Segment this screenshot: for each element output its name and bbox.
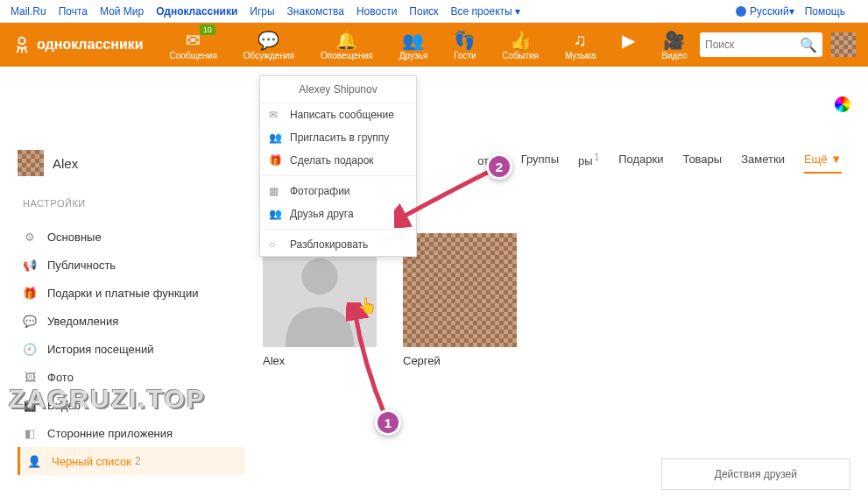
nav-discussions[interactable]: 💬Обсуждения [243,30,294,60]
topbar-link[interactable]: Знакомства [287,5,344,18]
thumb-icon: 👍 [503,30,539,49]
sidebar-item-apps[interactable]: ◧Сторонние приложения [18,419,245,447]
circle-icon: ○ [269,238,283,251]
chat-icon: 💬 [243,30,294,49]
window-icon: ◧ [23,426,37,440]
nav-video[interactable]: 🎥Видео [661,30,687,60]
my-avatar[interactable] [831,32,856,57]
friends-icon: 👥 [399,30,427,49]
nav-notifications[interactable]: 🔔Оповещения [321,30,373,60]
clock-icon: 🕘 [23,342,37,356]
horn-icon: 📢 [23,258,37,272]
footprints-icon: 👣 [454,30,476,49]
bell-icon: 🔔 [321,30,373,49]
sidebar-item-notifications[interactable]: 💬Уведомления [18,307,245,335]
colorwheel-icon[interactable] [835,96,850,112]
photos-icon: ▦ [269,185,283,197]
ctx-send-gift[interactable]: 🎁Сделать подарок [260,149,416,172]
topbar-link[interactable]: Игры [250,5,274,18]
user-avatar [403,233,517,347]
music-icon: ♫ [565,30,596,49]
sidebar-title: НАСТРОЙКИ [18,198,245,209]
play-icon: ▶ [622,30,635,49]
badge: 10 [200,25,215,35]
ctx-invite-group[interactable]: 👥Пригласить в группу [260,126,416,149]
annotation-marker-2: 2 [486,153,512,180]
sidebar-item-history[interactable]: 🕘История посещений [18,335,245,363]
logo-icon [12,35,32,54]
group-icon: 👥 [269,131,283,144]
svg-point-2 [301,259,338,295]
topbar: Mail.Ru Почта Мой Мир Одноклассники Игры… [0,0,868,23]
brand-text: одноклассники [37,37,144,53]
globe-icon [736,6,746,17]
chat-icon: 💬 [23,314,37,328]
tab-goods[interactable]: Товары [682,153,722,173]
topbar-link[interactable]: Одноклассники [156,5,237,18]
search-icon[interactable]: 🔍 [800,37,817,53]
nav-events[interactable]: 👍События [503,30,539,60]
tab-gifts[interactable]: Подарки [618,153,663,173]
profile-username: Alex [53,156,78,171]
arrow-1 [346,302,399,425]
search-box[interactable]: 🔍 [700,32,822,57]
sidebar-item-gifts[interactable]: 🎁Подарки и платные функции [18,279,245,307]
nav-music[interactable]: ♫Музыка [565,30,596,60]
gift-icon: 🎁 [269,154,283,167]
context-title: Alexey Shipunov [260,76,416,103]
header-nav: 10✉Сообщения 💬Обсуждения 🔔Оповещения 👥Др… [170,30,688,60]
gear-icon: ⚙ [23,230,37,244]
user-name: Сергей [403,354,517,367]
gift-icon: 🎁 [23,286,37,300]
svg-point-0 [18,38,25,44]
person-icon: 👤 [27,454,41,468]
profile-tabs: ото1 Группы ры1 Подарки Товары Заметки Е… [477,153,842,173]
profile-avatar[interactable] [18,150,44,176]
sidebar-item-general[interactable]: ⚙Основные [18,223,245,251]
separator [260,175,416,176]
cursor-icon: 👆 [357,296,377,316]
user-card[interactable]: Сергей [403,233,517,367]
nav-play[interactable]: ▶ [622,30,635,60]
nav-guests[interactable]: 👣Гости [454,30,476,60]
language-switcher[interactable]: Русский ▾ [736,5,794,18]
friends-icon: 👥 [269,208,283,220]
logo[interactable]: одноклассники [12,35,144,54]
settings-sidebar: НАСТРОЙКИ ⚙Основные 📢Публичность 🎁Подарк… [18,198,245,475]
nav-friends[interactable]: 👥Друзья [399,30,427,60]
photo-icon: 🖼 [23,370,37,384]
ctx-photos[interactable]: ▦Фотографии [260,180,416,202]
envelope-icon: ✉ [269,109,283,121]
ctx-unblock[interactable]: ○Разблокировать [260,233,416,256]
topbar-link[interactable]: Почта [59,5,88,18]
separator [260,229,416,230]
topbar-link[interactable]: Mail.Ru [11,5,46,18]
friends-actions-button[interactable]: Действия друзей [661,458,850,490]
video-icon: 🎥 [661,30,687,49]
sidebar-item-blacklist[interactable]: 👤Черный список2 [18,447,245,475]
nav-messages[interactable]: 10✉Сообщения [170,30,217,60]
watermark: ZAGRUZI.TOP [9,384,206,414]
ctx-mutual-friends[interactable]: 👥Друзья друга [260,202,416,225]
topbar-link[interactable]: Все проекты ▾ [451,5,520,18]
topbar-link[interactable]: Новости [356,5,397,18]
tab-groups[interactable]: Группы [521,153,559,173]
sidebar-count: 2 [135,455,141,467]
help-link[interactable]: Помощь [805,5,845,18]
search-input[interactable] [705,39,800,51]
sidebar-item-publicity[interactable]: 📢Публичность [18,251,245,279]
main-header: одноклассники 10✉Сообщения 💬Обсуждения 🔔… [0,23,868,67]
arrow-2 [394,167,499,228]
topbar-link[interactable]: Поиск [409,5,438,18]
context-menu: Alexey Shipunov ✉Написать сообщение 👥При… [259,75,417,257]
tab-notes[interactable]: Заметки [741,153,785,173]
ctx-write-message[interactable]: ✉Написать сообщение [260,103,416,126]
annotation-marker-1: 1 [375,409,401,436]
tab-more[interactable]: Ещё ▼ [804,153,842,173]
topbar-link[interactable]: Мой Мир [100,5,144,18]
tab-games[interactable]: ры1 [578,153,599,173]
